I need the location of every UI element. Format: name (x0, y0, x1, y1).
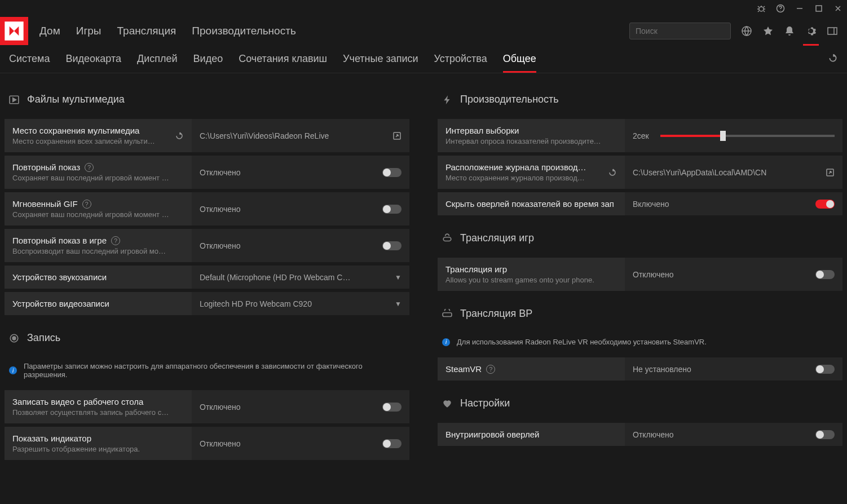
show-indicator-value-cell: Отключено (192, 427, 409, 460)
section-media-files: Файлы мультимедиа (27, 94, 125, 105)
gamepad-icon (442, 233, 452, 244)
steamvr-label: SteamVR (445, 364, 482, 374)
media-location-label-cell: Место сохранения мультимедиа Место сохра… (5, 119, 192, 152)
perf-log-desc: Место сохранения журналов производ… (445, 174, 586, 182)
play-icon (9, 95, 19, 105)
ingame-overlay-value: Отключено (633, 430, 674, 439)
record-desktop-label-cell: Записать видео с рабочего стола Позволяе… (5, 390, 192, 423)
bell-icon[interactable] (784, 25, 795, 37)
left-column: Файлы мультимедиа Место сохранения мульт… (5, 73, 409, 503)
audio-device-label-cell: Устройство звукозаписи (5, 266, 192, 289)
section-performance: Производительность (460, 94, 559, 105)
ingame-replay-label-cell: Повторный показ в игре? Воспроизводит ва… (5, 229, 192, 262)
section-game-streaming: Трансляция игр (460, 232, 534, 244)
section-recording: Запись (27, 332, 60, 344)
game-stream-value-cell: Отключено (625, 258, 842, 291)
nav-performance[interactable]: Производительность (192, 25, 295, 37)
media-location-desc: Место сохранения всех записей мульти… (12, 137, 155, 145)
record-desktop-toggle[interactable] (382, 403, 402, 412)
tab-devices[interactable]: Устройства (434, 53, 487, 73)
open-folder-icon[interactable] (826, 168, 835, 177)
open-folder-icon[interactable] (392, 131, 402, 140)
info-icon: i (442, 338, 450, 346)
vr-info-text: Для использования Radeon ReLive VR необх… (457, 338, 707, 346)
svg-rect-12 (443, 312, 452, 316)
settings-icon[interactable] (805, 25, 817, 37)
video-device-label: Устройство видеозаписи (12, 299, 109, 308)
sampling-interval-slider[interactable] (660, 135, 835, 137)
right-column: Производительность Интервал выборки Инте… (438, 73, 842, 503)
steamvr-toggle[interactable] (815, 365, 835, 374)
header: Дом Игры Трансляция Производительность (0, 17, 847, 45)
game-stream-value: Отключено (633, 270, 674, 279)
help-icon[interactable]: ? (111, 236, 120, 245)
instant-replay-value-cell: Отключено (192, 156, 409, 189)
chevron-down-icon: ▼ (395, 300, 402, 308)
steamvr-value-cell: Не установлено (625, 357, 842, 381)
instant-replay-label-cell: Повторный показ? Сохраняет ваш последний… (5, 156, 192, 189)
search-input[interactable] (636, 26, 734, 36)
sampling-interval-label-cell: Интервал выборки Интервал опроса показат… (438, 119, 625, 152)
bug-icon[interactable] (757, 4, 766, 13)
search-box[interactable] (629, 23, 731, 39)
close-icon[interactable] (833, 4, 842, 13)
ingame-replay-toggle[interactable] (382, 241, 402, 250)
perf-log-value-cell[interactable]: C:\Users\Yuri\AppData\Local\AMD\CN (625, 156, 842, 189)
hide-overlay-label-cell: Скрыть оверлей показателей во время зап… (438, 192, 625, 215)
maximize-icon[interactable] (814, 4, 823, 13)
nav-games[interactable]: Игры (76, 25, 102, 37)
hide-overlay-toggle[interactable] (815, 200, 835, 209)
video-device-value: Logitech HD Pro Webcam C920 (200, 299, 312, 308)
hide-overlay-value-cell: Включено (625, 192, 842, 215)
tab-general[interactable]: Общее (503, 53, 536, 73)
record-desktop-label: Записать видео с рабочего стола (12, 397, 170, 406)
video-device-label-cell: Устройство видеозаписи (5, 292, 192, 315)
media-location-value-cell[interactable]: C:\Users\Yuri\Videos\Radeon ReLive (192, 119, 409, 152)
game-stream-toggle[interactable] (815, 270, 835, 279)
minimize-icon[interactable] (795, 4, 804, 13)
ingame-overlay-toggle[interactable] (815, 430, 835, 439)
tab-system[interactable]: Система (9, 53, 50, 73)
info-icon: i (9, 366, 17, 374)
instant-replay-value: Отключено (200, 168, 241, 177)
tab-graphics[interactable]: Видеокарта (66, 53, 122, 73)
tab-display[interactable]: Дисплей (137, 53, 178, 73)
instant-gif-value-cell: Отключено (192, 192, 409, 226)
help-icon[interactable]: ? (486, 365, 495, 374)
instant-replay-toggle[interactable] (382, 168, 402, 177)
svg-rect-2 (816, 6, 822, 11)
record-desktop-value-cell: Отключено (192, 390, 409, 423)
reset-icon[interactable] (175, 131, 184, 140)
media-location-label: Место сохранения мультимедиа (12, 126, 155, 135)
help-icon[interactable] (776, 4, 785, 13)
perf-log-label: Расположение журнала производ… (445, 162, 586, 172)
perf-log-value: C:\Users\Yuri\AppData\Local\AMD\CN (633, 168, 766, 177)
tab-accounts[interactable]: Учетные записи (343, 53, 418, 73)
game-stream-label-cell: Трансляция игр Allows you to stream game… (438, 258, 625, 291)
sidebar-icon[interactable] (827, 25, 838, 37)
ingame-overlay-label-cell: Внутриигровой оверлей (438, 423, 625, 446)
show-indicator-toggle[interactable] (382, 439, 402, 448)
web-icon[interactable] (741, 25, 752, 37)
tab-video[interactable]: Видео (193, 53, 223, 73)
svg-rect-5 (828, 28, 837, 34)
show-indicator-label: Показать индикатор (12, 434, 140, 443)
instant-replay-label: Повторный показ (12, 162, 80, 172)
favorite-icon[interactable] (762, 25, 774, 37)
video-device-select[interactable]: Logitech HD Pro Webcam C920 ▼ (192, 292, 409, 315)
reset-all-icon[interactable] (828, 53, 838, 63)
audio-device-select[interactable]: Default (Microphone (HD Pro Webcam C… ▼ (192, 266, 409, 289)
help-icon[interactable]: ? (82, 200, 91, 209)
steamvr-label-cell: SteamVR? (438, 357, 625, 381)
help-icon[interactable]: ? (85, 163, 94, 172)
ingame-replay-value: Отключено (200, 241, 241, 250)
nav-home[interactable]: Дом (39, 25, 60, 37)
instant-gif-desc: Сохраняет ваш последний игровой момент в… (12, 210, 170, 219)
game-stream-label: Трансляция игр (445, 264, 594, 274)
section-vr-streaming: Трансляция ВР (460, 308, 532, 320)
nav-streaming[interactable]: Трансляция (117, 25, 177, 37)
game-stream-desc: Allows you to stream games onto your pho… (445, 276, 594, 284)
instant-gif-toggle[interactable] (382, 205, 402, 214)
reset-icon[interactable] (608, 168, 617, 177)
tab-hotkeys[interactable]: Сочетания клавиш (239, 53, 327, 73)
